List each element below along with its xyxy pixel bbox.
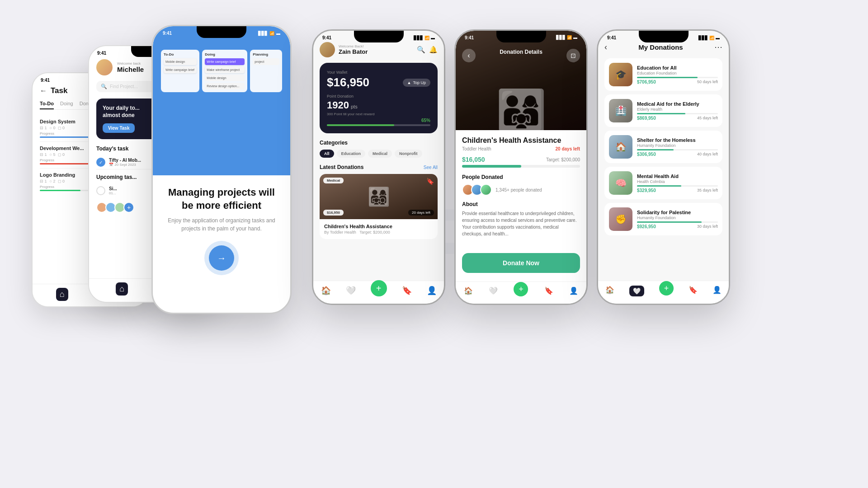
view-task-btn[interactable]: View Task (103, 123, 135, 133)
nav-bookmark-6[interactable]: 🔖 (689, 286, 698, 296)
status-time-1: 9:41 (41, 78, 50, 83)
detail-bookmark-btn[interactable]: ⊡ (566, 49, 580, 62)
list-page-title: My Donations (638, 43, 683, 51)
search-icon-4[interactable]: 🔍 (417, 46, 425, 54)
status-time-6: 9:41 (607, 35, 616, 40)
wallet-avatar (320, 42, 335, 57)
wallet-pts-unit: pts (351, 104, 358, 109)
donation-days-overlay: 20 days left (408, 210, 434, 216)
people-donated-title: People Donated (462, 174, 580, 180)
latest-donations-title: Latest Donations (320, 164, 363, 170)
nav-profile-4[interactable]: 👤 (427, 286, 437, 296)
list-back-btn[interactable]: ‹ (604, 42, 607, 52)
nav-add-6[interactable]: + (659, 281, 674, 296)
detail-campaign-title: Children's Health Assistance (462, 136, 580, 145)
nav-add-5[interactable]: + (514, 282, 528, 296)
wallet-card: Your Wallet $16,950 ▲ Top Up Point Donat… (320, 63, 438, 133)
donation-amount-overlay: $16,950 (323, 210, 344, 216)
see-all-btn[interactable]: See All (424, 165, 438, 170)
nav-profile-6[interactable]: 👤 (712, 286, 722, 296)
pill-education[interactable]: Education (337, 150, 366, 158)
nav-bookmark-4[interactable]: 🔖 (402, 286, 412, 296)
status-icons-5: ▊▊▊📶▬ (556, 35, 577, 40)
pill-medical[interactable]: Medical (368, 150, 392, 158)
donate-now-button[interactable]: Donate Now (462, 253, 580, 273)
top-up-btn[interactable]: ▲ Top Up (403, 79, 430, 87)
category-pills: All Education Medical Nonprofit (320, 150, 438, 158)
user-avatar-2 (96, 59, 113, 75)
donation-name: Children's Health Assistance (324, 224, 433, 229)
search-placeholder-2: Find Project... (110, 84, 138, 89)
nav-heart-5[interactable]: 🤍 (489, 286, 498, 296)
wallet-amount: $16,950 (327, 75, 369, 89)
list-bottom-nav: 🏠 🤍 + 🔖 👤 (598, 281, 729, 304)
detail-raised-amount: $16,050 (462, 156, 485, 163)
detail-bottom-nav: 🏠 🤍 + 🔖 👤 (456, 282, 586, 304)
username-2: Michelle (117, 66, 144, 73)
phone-my-donations: 9:41 ▊▊▊📶▬ ‹ My Donations ⋯ 🎓 Education … (597, 29, 730, 305)
status-icons-4: ▊▊▊📶▬ (414, 36, 435, 40)
nav-heart-4[interactable]: 🤍 (346, 286, 356, 296)
detail-org: Toddler Health (462, 146, 491, 151)
pill-all[interactable]: All (320, 150, 334, 158)
donation-card-wallet: 👨‍👩‍👧‍👦 Medical 🔖 $16,950 20 days left C… (320, 174, 438, 239)
kanban-preview: To-Do Mobile design Write campaign brief… (161, 50, 282, 92)
wallet-bottom-nav: 🏠 🤍 + 🔖 👤 (313, 281, 444, 304)
status-icons-3: ▊▊▊📶▬ (258, 31, 280, 36)
phone-onboard: 9:41 ▊▊▊📶▬ To-Do Mobile design Write cam… (151, 25, 292, 314)
onboard-description: Enjoy the application of organizing task… (164, 216, 279, 233)
nav-bookmark-5[interactable]: 🔖 (544, 286, 553, 296)
detail-back-btn[interactable]: ‹ (462, 49, 476, 62)
people-count: 1,345+ people donated (495, 188, 542, 192)
status-icons-6: ▊▊▊📶▬ (698, 36, 720, 40)
detail-days-left: 20 days left (556, 146, 580, 151)
about-title: About (462, 201, 580, 207)
nav-home-4[interactable]: 🏠 (321, 286, 331, 296)
nav-home-5[interactable]: 🏠 (464, 286, 473, 296)
nav-heart-6[interactable]: 🤍 (629, 286, 644, 296)
phone-detail: 👨‍👩‍👧 9:41 ▊▊▊📶▬ ‹ Donation Details ⊡ Ch… (454, 29, 588, 305)
donation-tag: Medical (323, 178, 344, 183)
people-donated-row: 1,345+ people donated (462, 184, 580, 196)
back-arrow-1[interactable]: ← (40, 87, 47, 95)
donation-list-item-4: 🧠 Mental Health Aid Health Colmbia $329,… (604, 167, 722, 199)
donation-list-item-1: 🎓 Education for All Education Foundation… (604, 58, 722, 91)
onboard-arrow-btn[interactable]: → (209, 245, 234, 271)
point-donation-label: Point Donation (327, 94, 430, 99)
tab-doing[interactable]: Doing (60, 101, 73, 109)
wallet-username: Zain Bator (339, 48, 368, 55)
status-time-4: 9:41 (322, 35, 331, 40)
status-time-2: 9:41 (97, 51, 106, 56)
about-text: Provide essential healthcare to underpri… (462, 210, 580, 237)
donation-list-item-2: 🏥 Medical Aid for the Elderly Elderly He… (604, 94, 722, 127)
wallet-header: Welcome Back! Zain Bator 🔍 🔔 (320, 42, 438, 57)
wallet-welcome-text: Welcome Back! (339, 44, 368, 48)
nav-profile-5[interactable]: 👤 (569, 286, 578, 296)
nav-home-6[interactable]: 🏠 (605, 286, 614, 296)
donation-list-item-3: 🏠 Shelter for the Homeless Humanity Foun… (604, 131, 722, 163)
wallet-points: 1920 (327, 99, 349, 111)
welcome-text-2: Welcome back (117, 61, 144, 66)
donation-bookmark-icon[interactable]: 🔖 (426, 178, 434, 185)
phone-wallet: 9:41 ▊▊▊📶▬ Welcome Back! Zain Bator 🔍 🔔 (312, 29, 445, 305)
nav-add-4[interactable]: + (371, 280, 387, 296)
status-time-3: 9:41 (163, 31, 172, 36)
bell-icon-4[interactable]: 🔔 (429, 46, 438, 54)
onboard-title: Managing projects will be more efficient (164, 186, 279, 212)
list-more-btn[interactable]: ⋯ (714, 42, 722, 52)
wallet-label: Your Wallet (327, 70, 430, 75)
nav-home-2[interactable]: ⌂ (116, 282, 128, 296)
task-title-1: Task (51, 86, 68, 95)
donation-target: Target: $200,000 (359, 230, 390, 235)
detail-page-title: Donation Details (500, 49, 542, 62)
status-time-5: 9:41 (465, 35, 474, 40)
detail-target-amount: Target: $200,000 (546, 157, 580, 162)
wallet-progress-pct: 65% (327, 118, 430, 123)
list-header: ‹ My Donations ⋯ (604, 42, 722, 52)
categories-title: Categories (320, 140, 348, 146)
donation-list-item-5: ✊ Solidarity for Palestine Humanity Foun… (604, 203, 722, 235)
tab-todo[interactable]: To-Do (40, 101, 54, 109)
nav-home-1[interactable]: ⌂ (56, 288, 68, 301)
pill-nonprofit[interactable]: Nonprofit (395, 150, 422, 158)
donation-by: By Toddler Health (324, 230, 356, 235)
